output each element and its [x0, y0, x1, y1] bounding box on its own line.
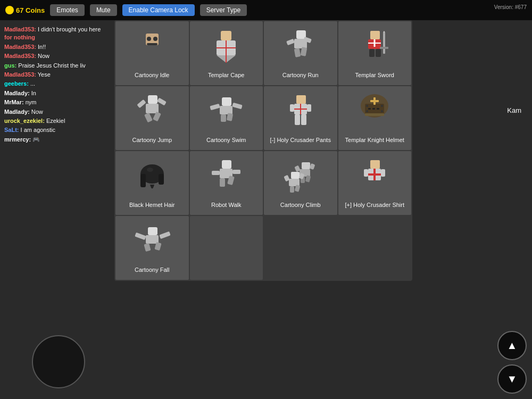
svg-rect-25 — [146, 104, 159, 113]
item-preview-cartoony-swim — [202, 90, 250, 133]
coins-display: 67 Coins — [5, 6, 45, 14]
down-button[interactable]: ▼ — [497, 364, 527, 394]
svg-rect-22 — [380, 47, 388, 49]
item-cartoony-climb[interactable]: Cartoony Climb — [264, 151, 337, 215]
svg-point-55 — [381, 110, 383, 112]
svg-point-59 — [147, 168, 153, 172]
chat-name: SaLt: — [4, 127, 19, 133]
chat-text: Praise Jesus Christ the liv — [18, 62, 86, 69]
svg-point-1 — [147, 37, 151, 41]
item-holy-crusader-pants[interactable]: [-] Holy Crusader Pants — [264, 86, 337, 150]
svg-rect-57 — [140, 174, 146, 187]
chat-text: Yese — [38, 71, 51, 78]
svg-rect-69 — [309, 163, 315, 170]
svg-rect-48 — [377, 108, 379, 110]
chat-name: Madlady: — [4, 90, 30, 96]
item-cartoony-fall[interactable]: Cartoony Fall — [115, 216, 189, 280]
chat-line: geebers: ... — [4, 80, 102, 88]
item-name-cartoony-idle: Cartoony Idle — [135, 71, 169, 79]
item-black-hemet-hair[interactable]: Black Hemet Hair — [115, 151, 189, 215]
item-cartoony-idle[interactable]: Cartoony Idle — [115, 21, 189, 85]
item-robot-walk[interactable]: Robot Walk — [190, 151, 263, 215]
top-bar: 67 Coins Emotes Mute Enable Camera Lock … — [0, 0, 532, 20]
svg-rect-51 — [370, 100, 379, 102]
camera-lock-button[interactable]: Enable Camera Lock — [122, 4, 195, 16]
svg-rect-86 — [148, 227, 157, 235]
item-holy-crusader-shirt[interactable]: [+] Holy Crusader Shirt — [338, 151, 412, 215]
templar-knight-helmet-svg — [353, 93, 396, 130]
item-preview-templar-cape — [202, 26, 250, 68]
svg-rect-26 — [137, 99, 146, 108]
player-name: Kam — [507, 106, 521, 114]
item-name-cartoony-climb: Cartoony Climb — [280, 201, 321, 209]
svg-rect-63 — [232, 170, 240, 174]
item-preview-holy-crusader-shirt — [351, 155, 398, 198]
svg-rect-19 — [369, 49, 375, 57]
svg-rect-11 — [286, 39, 295, 45]
svg-rect-66 — [302, 162, 310, 169]
svg-rect-78 — [370, 160, 380, 169]
chat-text: In!! — [38, 44, 46, 50]
item-cartoony-swim[interactable]: Cartoony Swim — [190, 86, 263, 150]
emotes-button[interactable]: Emotes — [50, 4, 85, 16]
control-buttons: ▲ ▼ — [497, 331, 527, 394]
chat-text: nym — [26, 99, 37, 105]
cartoony-swim-svg — [205, 93, 247, 130]
cartoony-run-svg — [279, 28, 322, 65]
item-preview-templar-sword — [351, 26, 398, 68]
svg-rect-13 — [294, 48, 301, 57]
svg-rect-72 — [291, 172, 300, 179]
item-templar-knight-helmet[interactable]: Templar Knight Helmet — [338, 86, 412, 150]
svg-rect-90 — [144, 243, 151, 252]
left-control-stick[interactable] — [32, 335, 85, 388]
chat-text: 🎮 — [32, 136, 40, 143]
player-area: Kam — [507, 106, 521, 117]
svg-rect-40 — [295, 114, 300, 125]
chat-name: Madlad353: — [4, 44, 36, 50]
item-cartoony-jump[interactable]: Cartoony Jump — [115, 86, 189, 150]
item-preview-cartoony-fall — [128, 220, 176, 263]
svg-rect-15 — [370, 31, 380, 39]
svg-rect-21 — [383, 32, 385, 54]
item-name-cartoony-run: Cartoony Run — [282, 71, 319, 79]
item-cartoony-run[interactable]: Cartoony Run — [264, 21, 337, 85]
svg-rect-83 — [381, 169, 385, 177]
chat-name: Madlady: — [4, 109, 30, 115]
svg-point-53 — [381, 105, 383, 107]
server-type-button[interactable]: Server Type — [200, 4, 247, 16]
item-preview-cartoony-jump — [128, 90, 176, 133]
chat-line: MrMar: nym — [4, 98, 102, 106]
item-name-cartoony-fall: Cartoony Fall — [135, 266, 169, 273]
chat-name: Madlad353: — [4, 71, 36, 78]
svg-rect-64 — [220, 178, 225, 187]
chat-text: Ezekiel — [46, 118, 65, 124]
chat-line: SaLt: I am agonstic — [4, 126, 102, 134]
svg-rect-82 — [364, 169, 368, 177]
mute-button[interactable]: Mute — [90, 4, 117, 16]
version-text: Version: #677 — [494, 4, 527, 10]
item-preview-cartoony-climb — [277, 155, 325, 198]
chat-line: Madlad353: In!! — [4, 43, 102, 51]
svg-rect-88 — [135, 232, 146, 240]
holy-crusader-pants-svg — [279, 93, 322, 130]
chat-name: geebers: — [4, 80, 29, 87]
chat-line: Madlad353: Now — [4, 52, 102, 60]
holy-crusader-shirt-svg — [353, 158, 396, 195]
chat-area: Madlad353: I didn't brought you here for… — [0, 21, 106, 149]
svg-rect-81 — [368, 173, 381, 176]
chat-text: Now — [31, 109, 43, 115]
item-preview-holy-crusader-pants — [277, 90, 325, 133]
svg-rect-87 — [146, 235, 159, 244]
chat-name: urock_ezekiel: — [4, 118, 45, 124]
svg-point-54 — [366, 110, 368, 112]
items-grid: Cartoony Idle Templar Cape — [114, 20, 412, 281]
item-name-robot-walk: Robot Walk — [211, 201, 241, 209]
item-templar-sword[interactable]: Templar Sword — [338, 21, 412, 85]
svg-rect-36 — [296, 95, 306, 104]
up-button[interactable]: ▲ — [497, 331, 527, 360]
item-templar-cape[interactable]: Templar Cape — [190, 21, 263, 85]
item-preview-robot-walk — [202, 155, 250, 198]
coins-text: 67 Coins — [16, 6, 45, 14]
item-name-cartoony-jump: Cartoony Jump — [132, 136, 172, 144]
chat-line: mrmercy: 🎮 — [4, 136, 102, 144]
